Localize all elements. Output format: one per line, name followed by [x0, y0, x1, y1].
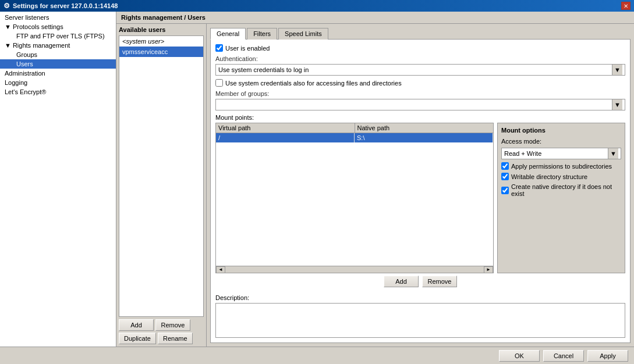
tab-content-general: User is enabled Authentication: Use syst…: [210, 39, 631, 343]
main-container: Server listeners ▼ Protocols settings FT…: [0, 12, 634, 347]
sidebar-item-protocols-settings[interactable]: ▼ Protocols settings: [0, 22, 116, 31]
users-list: <system user> vpmsserviceacc: [119, 35, 204, 317]
create-native-label: Create native directory if it does not e…: [511, 183, 621, 197]
auth-dropdown-value: Use system credentials to log in: [218, 66, 309, 73]
sidebar-item-label: Administration: [5, 70, 45, 77]
settings-panel: General Filters Speed Limits User is ena…: [207, 24, 634, 347]
tab-general[interactable]: General: [210, 28, 246, 40]
member-groups-dropdown[interactable]: ▼: [215, 99, 625, 110]
bottom-bar: OK Cancel Apply: [0, 347, 634, 364]
mount-scrollbar-horizontal: ◄ ►: [216, 266, 493, 273]
create-native-checkbox[interactable]: [501, 187, 509, 194]
add-user-button[interactable]: Add: [119, 319, 154, 331]
rename-user-button[interactable]: Rename: [158, 333, 193, 344]
native-path-header: Native path: [355, 123, 494, 133]
user-enabled-row: User is enabled: [215, 44, 625, 52]
auth-dropdown-arrow[interactable]: ▼: [612, 65, 622, 75]
content-area: Available users <system user> vpmsservic…: [116, 24, 634, 347]
access-dropdown-arrow[interactable]: ▼: [608, 148, 618, 159]
sidebar-item-groups[interactable]: Groups: [0, 50, 116, 59]
user-enabled-label: User is enabled: [225, 45, 270, 52]
mount-points-section: Mount points: Virtual path Native path: [215, 114, 625, 287]
mount-buttons: Add Remove: [215, 276, 625, 287]
access-mode-value: Read + Write: [504, 150, 541, 157]
scroll-left-arrow[interactable]: ◄: [216, 266, 225, 273]
member-groups-section: Member of groups: ▼: [215, 90, 625, 110]
tab-speed-limits[interactable]: Speed Limits: [278, 28, 328, 40]
apply-button[interactable]: Apply: [587, 350, 628, 362]
cancel-button[interactable]: Cancel: [543, 350, 584, 362]
system-credentials-label: Use system credentials also for accessin…: [225, 80, 402, 87]
sidebar-item-label: Let's Encrypt®: [5, 88, 46, 95]
close-button[interactable]: ✕: [621, 2, 631, 10]
window-title: Settings for server 127.0.0.1:14148: [13, 2, 118, 9]
mount-remove-button[interactable]: Remove: [422, 276, 457, 287]
sidebar-item-lets-encrypt[interactable]: Let's Encrypt®: [0, 87, 116, 97]
expand-icon: ▼: [5, 23, 11, 30]
mount-points-label: Mount points:: [215, 114, 625, 121]
mount-area: Virtual path Native path / S:\: [215, 123, 625, 273]
sidebar-item-logging[interactable]: Logging: [0, 78, 116, 87]
mount-table-container: Virtual path Native path / S:\: [215, 123, 494, 273]
create-native-row: Create native directory if it does not e…: [501, 183, 621, 197]
writable-dir-checkbox[interactable]: [501, 173, 509, 180]
duplicate-user-button[interactable]: Duplicate: [119, 333, 156, 344]
users-buttons: Add Remove Duplicate Rename: [119, 319, 204, 344]
ok-button[interactable]: OK: [499, 350, 540, 362]
sidebar-item-ftp-tls[interactable]: FTP and FTP over TLS (FTPS): [0, 31, 116, 41]
sidebar-item-label: Rights management: [13, 42, 70, 49]
apply-perms-label: Apply permissions to subdirectories: [511, 163, 612, 170]
sidebar-item-users[interactable]: Users: [0, 59, 116, 69]
system-credentials-row: Use system credentials also for accessin…: [215, 79, 625, 87]
description-label: Description:: [215, 294, 625, 301]
sidebar-item-administration[interactable]: Administration: [0, 69, 116, 78]
expand-icon: ▼: [5, 42, 11, 49]
scroll-track: [225, 266, 484, 273]
tabs: General Filters Speed Limits: [210, 27, 631, 39]
users-panel: Available users <system user> vpmsservic…: [116, 24, 207, 347]
title-icon: ⚙: [3, 2, 10, 10]
member-groups-arrow[interactable]: ▼: [612, 99, 622, 110]
sidebar-item-label: Logging: [5, 79, 27, 86]
mount-add-button[interactable]: Add: [384, 276, 419, 287]
auth-dropdown[interactable]: Use system credentials to log in ▼: [215, 64, 625, 76]
mount-options: Mount options Access mode: Read + Write …: [497, 123, 625, 273]
writable-dir-label: Writable directory structure: [511, 173, 587, 180]
member-groups-label: Member of groups:: [215, 90, 625, 97]
sidebar-item-server-listeners[interactable]: Server listeners: [0, 13, 116, 22]
access-mode-dropdown[interactable]: Read + Write ▼: [501, 148, 621, 159]
access-mode-label: Access mode:: [501, 138, 621, 145]
remove-user-button[interactable]: Remove: [155, 319, 190, 331]
authentication-label: Authentication:: [215, 55, 625, 62]
tab-filters[interactable]: Filters: [247, 28, 277, 40]
authentication-section: Authentication: Use system credentials t…: [215, 55, 625, 76]
system-credentials-checkbox[interactable]: [215, 79, 223, 87]
scroll-right-arrow[interactable]: ►: [484, 266, 493, 273]
virtual-path-header: Virtual path: [216, 123, 355, 133]
panel-header: Rights management / Users: [116, 12, 634, 24]
description-textarea[interactable]: [215, 303, 625, 338]
mount-table-body[interactable]: / S:\: [216, 133, 493, 266]
users-list-item-vpmsserviceacc[interactable]: vpmsserviceacc: [119, 47, 203, 57]
description-area: [215, 303, 625, 338]
mount-cell-virtual: /: [216, 133, 355, 142]
sidebar-item-label: Protocols settings: [13, 23, 63, 30]
available-users-label: Available users: [119, 26, 204, 33]
user-enabled-checkbox[interactable]: [215, 44, 223, 52]
mount-table-header: Virtual path Native path: [216, 123, 493, 133]
sidebar: Server listeners ▼ Protocols settings FT…: [0, 12, 116, 347]
sidebar-item-label: Server listeners: [5, 14, 49, 21]
sidebar-item-rights-management[interactable]: ▼ Rights management: [0, 41, 116, 50]
title-bar: ⚙ Settings for server 127.0.0.1:14148 ✕: [0, 0, 634, 12]
users-list-item-system-user[interactable]: <system user>: [119, 36, 203, 47]
description-section: Description:: [215, 294, 625, 338]
mount-options-title: Mount options: [501, 127, 621, 134]
right-panel: Rights management / Users Available user…: [116, 12, 634, 347]
mount-row[interactable]: / S:\: [216, 133, 493, 142]
apply-perms-checkbox[interactable]: [501, 162, 509, 170]
sidebar-item-label: FTP and FTP over TLS (FTPS): [16, 33, 105, 40]
mount-cell-native: S:\: [355, 133, 493, 142]
sidebar-item-label: Groups: [16, 51, 37, 58]
writable-dir-row: Writable directory structure: [501, 173, 621, 180]
sidebar-item-label: Users: [16, 60, 33, 67]
